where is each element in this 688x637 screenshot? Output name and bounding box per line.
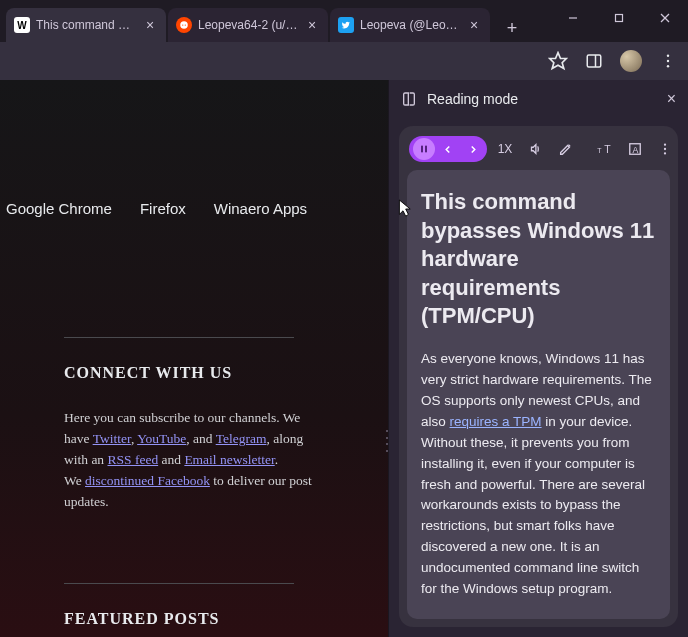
next-button[interactable] — [461, 138, 483, 160]
svg-text:T: T — [597, 147, 602, 154]
link-rss[interactable]: RSS feed — [108, 452, 159, 467]
maximize-button[interactable] — [596, 0, 642, 36]
play-pause-button[interactable] — [413, 138, 435, 160]
svg-point-21 — [664, 152, 666, 154]
content-split: Google Chrome Firefox Winaero Apps CONNE… — [0, 80, 688, 637]
close-icon[interactable]: × — [304, 17, 320, 33]
nav-link-chrome[interactable]: Google Chrome — [6, 200, 112, 217]
svg-point-11 — [667, 60, 669, 62]
playback-pill — [409, 136, 487, 162]
svg-text:T: T — [604, 143, 611, 155]
sidepanel-title: Reading mode — [427, 91, 518, 107]
highlight-button[interactable] — [553, 136, 577, 162]
link-telegram[interactable]: Telegram — [216, 431, 267, 446]
new-tab-button[interactable]: + — [498, 14, 526, 42]
favicon-reddit — [176, 17, 192, 33]
section-heading: CONNECT WITH US — [64, 364, 382, 382]
svg-point-12 — [667, 65, 669, 67]
link-discontinued-facebook[interactable]: discontinued Facebook — [85, 473, 210, 488]
sidepanel-header: Reading mode × — [389, 80, 688, 118]
overflow-menu-icon[interactable] — [658, 51, 678, 71]
close-window-button[interactable] — [642, 0, 688, 36]
prev-button[interactable] — [437, 138, 459, 160]
tab-1[interactable]: W This command bypass… × — [6, 8, 166, 42]
svg-point-10 — [667, 55, 669, 57]
text-size-button[interactable]: TT — [593, 136, 617, 162]
section-heading: FEATURED POSTS — [64, 610, 382, 628]
profile-avatar[interactable] — [620, 50, 642, 72]
link-twitter[interactable]: Twitter — [93, 431, 131, 446]
site-nav: Google Chrome Firefox Winaero Apps — [6, 200, 382, 217]
svg-rect-4 — [616, 15, 623, 22]
connect-section: CONNECT WITH US Here you can subscribe t… — [6, 337, 382, 513]
favicon-twitter — [338, 17, 354, 33]
window-controls — [550, 0, 688, 36]
reader-content[interactable]: This command bypasses Windows 11 hardwar… — [407, 170, 670, 619]
web-page: Google Chrome Firefox Winaero Apps CONNE… — [0, 80, 388, 637]
tab-title: This command bypass… — [36, 18, 136, 32]
minimize-button[interactable] — [550, 0, 596, 36]
reader-card: 1X TT A — [399, 126, 678, 627]
svg-point-0 — [180, 21, 188, 29]
tab-3[interactable]: Leopeva (@Leopeva… × — [330, 8, 490, 42]
svg-text:A: A — [632, 145, 638, 155]
featured-section: FEATURED POSTS — [6, 583, 382, 628]
reading-mode-panel: Reading mode × — [388, 80, 688, 637]
svg-point-2 — [185, 24, 186, 25]
article-paragraph: As everyone knows, Windows 11 has very s… — [421, 349, 656, 600]
bookmark-star-icon[interactable] — [548, 51, 568, 71]
voice-button[interactable] — [523, 136, 547, 162]
svg-point-1 — [182, 24, 183, 25]
reader-more-icon[interactable] — [653, 136, 677, 162]
close-icon[interactable]: × — [142, 17, 158, 33]
tab-strip: W This command bypass… × Leopeva64-2 (u/… — [0, 0, 526, 42]
article-paragraph: You need to supply the /product server o… — [421, 616, 656, 619]
book-icon — [401, 91, 417, 107]
window-titlebar: W This command bypass… × Leopeva64-2 (u/… — [0, 0, 688, 42]
svg-point-19 — [664, 143, 666, 145]
sidepanel-toggle-icon[interactable] — [584, 51, 604, 71]
close-icon[interactable]: × — [466, 17, 482, 33]
browser-toolbar — [0, 42, 688, 80]
reader-toolbar: 1X TT A — [407, 136, 670, 170]
link-email-newsletter[interactable]: Email newsletter — [184, 452, 274, 467]
tab-title: Leopeva64-2 (u/Leope… — [198, 18, 298, 32]
svg-point-20 — [664, 148, 666, 150]
link-youtube[interactable]: YouTube — [137, 431, 186, 446]
divider — [64, 337, 294, 338]
divider — [64, 583, 294, 584]
tab-title: Leopeva (@Leopeva… — [360, 18, 460, 32]
section-body: Here you can subscribe to our channels. … — [64, 408, 314, 513]
font-button[interactable]: A — [623, 136, 647, 162]
svg-rect-13 — [421, 146, 423, 153]
svg-rect-14 — [425, 146, 427, 153]
sidepanel-close-icon[interactable]: × — [667, 90, 676, 108]
speed-button[interactable]: 1X — [493, 136, 517, 162]
tab-2[interactable]: Leopeva64-2 (u/Leope… × — [168, 8, 328, 42]
nav-link-apps[interactable]: Winaero Apps — [214, 200, 307, 217]
nav-link-firefox[interactable]: Firefox — [140, 200, 186, 217]
article-heading: This command bypasses Windows 11 hardwar… — [421, 188, 656, 331]
svg-marker-7 — [550, 53, 567, 69]
pane-resize-handle[interactable] — [384, 430, 390, 452]
svg-rect-8 — [587, 55, 601, 67]
link-requires-tpm[interactable]: requires a TPM — [450, 414, 542, 429]
favicon-winaero: W — [14, 17, 30, 33]
